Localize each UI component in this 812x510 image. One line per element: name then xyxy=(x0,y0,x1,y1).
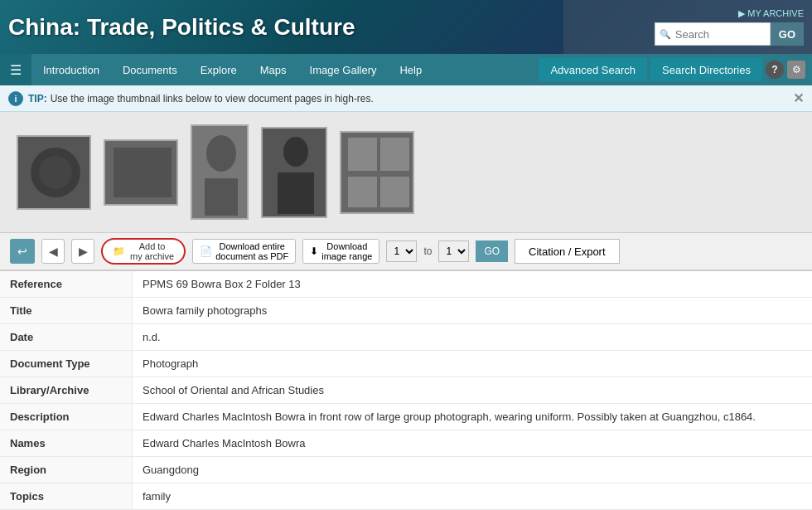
tip-close-button[interactable]: ✕ xyxy=(793,90,804,106)
metadata-value: Photograph xyxy=(133,351,812,376)
svg-rect-13 xyxy=(380,138,409,171)
table-row: Library/Archive School of Oriental and A… xyxy=(0,377,812,404)
hamburger-icon: ☰ xyxy=(10,62,22,78)
svg-rect-10 xyxy=(278,172,314,214)
prev-icon: ◀ xyxy=(49,245,58,258)
sidebar-item-documents[interactable]: Documents xyxy=(111,54,189,85)
citation-export-button[interactable]: Citation / Export xyxy=(515,239,620,264)
metadata-value: Edward Charles MacIntosh Bowra in front … xyxy=(133,404,812,430)
metadata-label: Topics xyxy=(0,483,133,509)
tip-bar: i TIP: Use the image thumbnail links bel… xyxy=(0,85,812,112)
back-button[interactable]: ↩ xyxy=(10,239,35,264)
thumbnail-4[interactable] xyxy=(261,127,327,218)
document-toolbar: ↩ ◀ ▶ 📁 Add to my archive 📄 Download ent… xyxy=(0,233,812,271)
table-row: Reference PPMS 69 Bowra Box 2 Folder 13 xyxy=(0,271,812,298)
table-row: Document Type Photograph xyxy=(0,351,812,377)
search-directories-button[interactable]: Search Directories xyxy=(650,58,762,81)
table-row: Names Edward Charles MacIntosh Bowra xyxy=(0,430,812,457)
svg-rect-7 xyxy=(205,178,238,216)
metadata-value: family xyxy=(133,483,812,509)
settings-icon[interactable]: ⚙ xyxy=(787,61,805,79)
tip-text: Use the image thumbnail links below to v… xyxy=(51,93,374,104)
help-icon[interactable]: ? xyxy=(766,61,784,79)
svg-point-6 xyxy=(206,135,236,172)
download-icon: ⬇ xyxy=(310,245,318,257)
metadata-label: Title xyxy=(0,298,133,323)
thumbnail-3[interactable] xyxy=(191,124,249,220)
site-title: China: Trade, Politics & Culture xyxy=(8,14,655,41)
page-go-button[interactable]: GO xyxy=(476,240,508,262)
metadata-label: Library/Archive xyxy=(0,377,133,403)
prev-page-button[interactable]: ◀ xyxy=(41,239,65,264)
download-pdf-button[interactable]: 📄 Download entire document as PDF xyxy=(192,239,296,264)
page-to-select[interactable]: 1 xyxy=(438,240,469,262)
thumbnail-5[interactable] xyxy=(340,131,414,214)
metadata-label: Document Type xyxy=(0,351,133,376)
next-page-button[interactable]: ▶ xyxy=(71,239,94,264)
table-row: Region Guangdong xyxy=(0,457,812,483)
metadata-value: n.d. xyxy=(133,324,812,350)
sidebar-item-explore[interactable]: Explore xyxy=(189,54,249,85)
thumbnail-2[interactable] xyxy=(104,139,178,206)
site-header: China: Trade, Politics & Culture ▶ MY AR… xyxy=(0,0,812,54)
metadata-label: Reference xyxy=(0,271,133,297)
metadata-value: Edward Charles MacIntosh Bowra xyxy=(133,430,812,456)
metadata-value: School of Oriental and African Studies xyxy=(133,377,812,403)
download-range-label: Download image range xyxy=(321,241,372,261)
thumbnail-1[interactable] xyxy=(17,135,91,210)
svg-point-9 xyxy=(283,137,308,167)
next-icon: ▶ xyxy=(79,245,88,258)
metadata-label: Region xyxy=(0,457,133,483)
svg-rect-12 xyxy=(348,138,377,171)
advanced-search-button[interactable]: Advanced Search xyxy=(539,58,647,81)
svg-point-2 xyxy=(39,156,72,189)
metadata-value: Guangdong xyxy=(133,457,812,483)
add-to-archive-button[interactable]: 📁 Add to my archive xyxy=(101,238,186,265)
to-label: to xyxy=(423,245,432,257)
my-archive-link[interactable]: ▶ MY ARCHIVE xyxy=(738,8,804,19)
search-go-button[interactable]: GO xyxy=(771,22,804,46)
add-archive-label: Add to my archive xyxy=(130,241,174,261)
tip-label: TIP: xyxy=(28,93,47,104)
back-icon: ↩ xyxy=(17,245,27,258)
folder-icon: 📁 xyxy=(113,245,125,257)
download-range-button[interactable]: ⬇ Download image range xyxy=(302,239,379,264)
sidebar-item-help[interactable]: Help xyxy=(388,54,433,85)
header-right: ▶ MY ARCHIVE GO xyxy=(655,8,804,46)
table-row: Title Bowra family photographs xyxy=(0,298,812,324)
metadata-label: Names xyxy=(0,430,133,456)
metadata-label: Description xyxy=(0,404,133,430)
hamburger-menu-button[interactable]: ☰ xyxy=(0,54,31,85)
svg-rect-15 xyxy=(380,177,409,207)
search-wrapper xyxy=(655,22,771,46)
metadata-section: Reference PPMS 69 Bowra Box 2 Folder 13 … xyxy=(0,271,812,510)
table-row: Topics family xyxy=(0,483,812,510)
sidebar-item-maps[interactable]: Maps xyxy=(249,54,298,85)
sidebar-item-image-gallery[interactable]: Image Gallery xyxy=(298,54,389,85)
svg-rect-14 xyxy=(348,177,377,207)
nav-right-controls: Advanced Search Search Directories ? ⚙ xyxy=(539,58,812,81)
image-gallery xyxy=(0,112,812,233)
download-pdf-label: Download entire document as PDF xyxy=(215,241,288,261)
navigation-bar: ☰ Introduction Documents Explore Maps Im… xyxy=(0,54,812,85)
table-row: Description Edward Charles MacIntosh Bow… xyxy=(0,404,812,430)
svg-rect-4 xyxy=(114,148,172,197)
metadata-value: PPMS 69 Bowra Box 2 Folder 13 xyxy=(133,271,812,297)
info-icon: i xyxy=(8,91,23,106)
table-row: Date n.d. xyxy=(0,324,812,351)
metadata-label: Date xyxy=(0,324,133,350)
metadata-value: Bowra family photographs xyxy=(133,298,812,323)
page-from-select[interactable]: 1 xyxy=(386,240,417,262)
sidebar-item-introduction[interactable]: Introduction xyxy=(31,54,111,85)
search-input[interactable] xyxy=(655,22,771,46)
search-bar: GO xyxy=(655,22,804,46)
pdf-icon: 📄 xyxy=(200,245,212,257)
